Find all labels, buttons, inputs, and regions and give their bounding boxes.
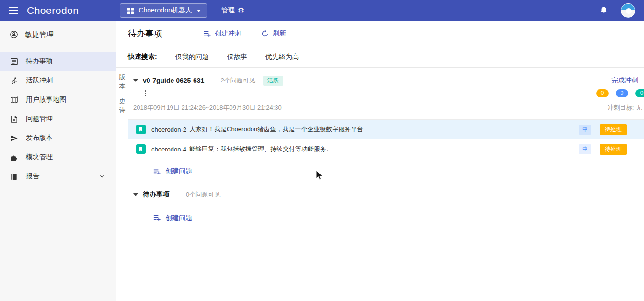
filter-only-stories[interactable]: 仅故事 bbox=[227, 53, 247, 61]
create-issue-label: 创建问题 bbox=[165, 214, 192, 222]
sprint-date-range: 2018年09月19日 21:24:26~2018年09月30日 21:24:3… bbox=[133, 104, 282, 112]
sidebar-item-reports[interactable]: 报告 bbox=[0, 167, 116, 186]
sidebar-item-backlog[interactable]: 待办事项 bbox=[0, 52, 116, 71]
playlist-add-icon bbox=[203, 29, 211, 38]
project-icon bbox=[126, 6, 135, 15]
hamburger-menu-icon[interactable] bbox=[9, 7, 18, 14]
sprint-subheader: 0 0 0 bbox=[128, 87, 644, 99]
sidebar-item-modules[interactable]: 模块管理 bbox=[0, 148, 116, 167]
story-type-icon bbox=[136, 144, 146, 154]
sidebar-title: 敏捷管理 bbox=[25, 30, 54, 39]
manage-label: 管理 bbox=[221, 6, 235, 15]
agile-module-icon bbox=[10, 30, 18, 39]
puzzle-icon bbox=[10, 153, 18, 162]
backlog-list-icon bbox=[10, 57, 18, 66]
sidebar-menu: 待办事项 活跃冲刺 用户故事地图 bbox=[0, 48, 116, 186]
refresh-icon bbox=[261, 29, 269, 38]
backlog-visible-count: 0个问题可见 bbox=[186, 190, 220, 199]
gear-icon: ⚙ bbox=[238, 7, 244, 14]
more-options-icon[interactable] bbox=[145, 90, 146, 96]
panel-tab-epics[interactable]: 史诗 bbox=[119, 96, 126, 115]
sidebar-item-label: 用户故事地图 bbox=[26, 95, 66, 104]
collapse-caret-icon[interactable] bbox=[133, 79, 138, 82]
filter-only-my-issues[interactable]: 仅我的问题 bbox=[175, 53, 209, 61]
sidebar-item-label: 问题管理 bbox=[26, 115, 53, 123]
main-area: 待办事项 创建冲刺 刷新 快速搜索: 仅我的问题 仅故事 bbox=[116, 21, 644, 301]
sidebar: 敏捷管理 待办事项 活跃冲刺 bbox=[0, 21, 116, 301]
sidebar-item-release[interactable]: 发布版本 bbox=[0, 128, 116, 148]
sprint-header: v0-7guide 0625-631 2个问题可见 活跃 完成冲刺 bbox=[128, 68, 644, 87]
done-count-badge: 0 bbox=[635, 89, 644, 97]
quick-search-label: 快速搜索: bbox=[128, 53, 157, 61]
create-sprint-button[interactable]: 创建冲刺 bbox=[203, 29, 242, 38]
quick-search-bar: 快速搜索: 仅我的问题 仅故事 优先级为高 bbox=[116, 46, 644, 68]
priority-badge: 中 bbox=[579, 144, 591, 154]
filter-high-priority[interactable]: 优先级为高 bbox=[265, 53, 299, 61]
todo-count-badge: 0 bbox=[596, 89, 609, 97]
chevron-down-icon bbox=[98, 172, 106, 181]
story-type-icon bbox=[136, 125, 146, 134]
sprint-status-badge: 活跃 bbox=[263, 76, 283, 86]
sidebar-item-label: 模块管理 bbox=[26, 153, 53, 162]
document-icon bbox=[10, 115, 18, 123]
issue-key: choerodon-2 bbox=[151, 126, 186, 133]
backlog-content: v0-7guide 0625-631 2个问题可见 活跃 完成冲刺 0 0 0 bbox=[128, 68, 644, 301]
sidebar-item-label: 发布版本 bbox=[26, 134, 53, 142]
app-window: Choerodon Choerodon机器人 管理 ⚙ bbox=[0, 0, 644, 301]
project-selector[interactable]: Choerodon机器人 bbox=[120, 3, 207, 18]
complete-sprint-button[interactable]: 完成冲刺 bbox=[611, 76, 641, 85]
refresh-button[interactable]: 刷新 bbox=[261, 29, 286, 38]
issue-summary: 大家好！我是Choerodon猪齿鱼，我是一个企业级数字服务平台 bbox=[189, 125, 363, 134]
sprint-name: v0-7guide 0625-631 bbox=[143, 77, 204, 84]
refresh-label: 刷新 bbox=[273, 29, 286, 38]
collapse-caret-icon[interactable] bbox=[133, 193, 138, 196]
sidebar-item-label: 活跃冲刺 bbox=[26, 76, 53, 85]
create-issue-label: 创建问题 bbox=[165, 167, 192, 175]
project-selector-label: Choerodon机器人 bbox=[138, 6, 192, 15]
panel-tab-versions[interactable]: 版本 bbox=[119, 72, 126, 91]
sidebar-item-label: 报告 bbox=[26, 172, 39, 181]
status-badge[interactable]: 待处理 bbox=[600, 124, 627, 135]
sidebar-item-active-sprint[interactable]: 活跃冲刺 bbox=[0, 71, 116, 90]
map-icon bbox=[10, 95, 18, 104]
running-sprint-icon bbox=[10, 76, 18, 85]
sidebar-item-label: 待办事项 bbox=[26, 57, 53, 66]
create-issue-button[interactable]: 创建问题 bbox=[128, 205, 644, 231]
sidebar-item-story-map[interactable]: 用户故事地图 bbox=[0, 90, 116, 109]
main-header: 待办事项 创建冲刺 刷新 bbox=[116, 21, 644, 46]
topbar-right bbox=[598, 3, 635, 18]
brand-logo: Choerodon bbox=[27, 5, 79, 16]
issue-row[interactable]: choerodon-4 能够回复：我包括敏捷管理、持续交付等功能服务。 中 待处… bbox=[128, 139, 644, 159]
topbar: Choerodon Choerodon机器人 管理 ⚙ bbox=[0, 0, 644, 21]
send-icon bbox=[10, 134, 18, 142]
sprint-dates-row: 2018年09月19日 21:24:26~2018年09月30日 21:24:3… bbox=[128, 99, 644, 119]
body: 敏捷管理 待办事项 活跃冲刺 bbox=[0, 21, 644, 301]
user-avatar[interactable] bbox=[621, 3, 635, 18]
status-badge[interactable]: 待处理 bbox=[600, 144, 627, 155]
backlog-section-name: 待办事项 bbox=[143, 190, 170, 199]
issue-summary: 能够回复：我包括敏捷管理、持续交付等功能服务。 bbox=[189, 145, 333, 153]
issue-key: choerodon-4 bbox=[151, 146, 186, 153]
content-row: 版本 史诗 v0-7guide 0625-631 2个问题可见 活跃 完成冲刺 bbox=[116, 68, 644, 301]
collapsed-panels-strip: 版本 史诗 bbox=[116, 68, 128, 301]
manage-button[interactable]: 管理 ⚙ bbox=[221, 6, 244, 15]
doing-count-badge: 0 bbox=[616, 89, 628, 97]
issue-row[interactable]: choerodon-2 大家好！我是Choerodon猪齿鱼，我是一个企业级数字… bbox=[128, 119, 644, 139]
priority-badge: 中 bbox=[579, 125, 591, 135]
playlist-add-icon bbox=[152, 167, 161, 175]
chevron-down-icon bbox=[197, 10, 201, 12]
sidebar-item-issue-manage[interactable]: 问题管理 bbox=[0, 109, 116, 128]
sidebar-header: 敏捷管理 bbox=[0, 21, 116, 48]
page-title: 待办事项 bbox=[128, 28, 162, 39]
playlist-add-icon bbox=[152, 214, 161, 222]
report-book-icon bbox=[10, 172, 18, 181]
sprint-counters: 0 0 0 bbox=[596, 89, 644, 97]
notification-bell-icon[interactable] bbox=[598, 5, 610, 16]
sprint-visible-count: 2个问题可见 bbox=[220, 76, 255, 85]
create-issue-button[interactable]: 创建问题 bbox=[128, 159, 644, 184]
sprint-goal: 冲刺目标: 无 bbox=[608, 104, 642, 112]
create-sprint-label: 创建冲刺 bbox=[215, 29, 242, 38]
backlog-section-header: 待办事项 0个问题可见 bbox=[128, 184, 644, 205]
